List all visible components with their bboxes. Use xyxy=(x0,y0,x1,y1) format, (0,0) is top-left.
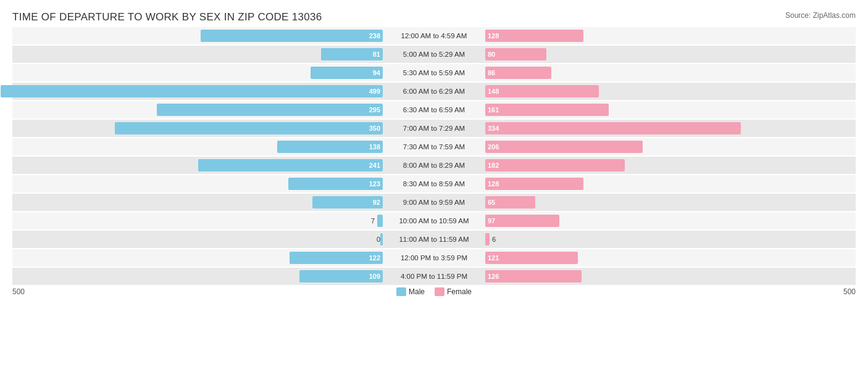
male-bar: 122 xyxy=(290,252,383,264)
female-bar-value: 334 xyxy=(488,125,499,132)
female-bar: 65 xyxy=(485,196,535,208)
rows-area: 23812:00 AM to 4:59 AM128815:00 AM to 5:… xyxy=(12,27,856,285)
female-bar: 161 xyxy=(485,104,609,116)
female-bar-value: 128 xyxy=(488,32,499,39)
table-row: 011:00 AM to 11:59 AM6 xyxy=(12,231,856,248)
male-bar: 499 xyxy=(1,85,383,97)
female-bar-value: 97 xyxy=(488,217,495,225)
right-section: 126 xyxy=(485,268,856,285)
left-section: 81 xyxy=(12,46,383,63)
male-bar: 295 xyxy=(157,104,383,116)
male-bar: 138 xyxy=(277,141,383,153)
male-bar-value: 238 xyxy=(369,32,380,39)
female-bar xyxy=(485,233,490,245)
table-row: 1094:00 PM to 11:59 PM126 xyxy=(12,268,856,285)
time-label: 7:30 AM to 7:59 AM xyxy=(383,143,485,151)
male-bar-value: 94 xyxy=(373,69,380,76)
table-row: 815:00 AM to 5:29 AM80 xyxy=(12,46,856,63)
table-row: 1238:30 AM to 8:59 AM128 xyxy=(12,175,856,192)
female-bar: 80 xyxy=(485,48,546,60)
male-bar: 238 xyxy=(201,30,383,42)
female-bar-value: 86 xyxy=(488,69,495,76)
male-bar-value: 92 xyxy=(373,199,380,206)
right-section: 128 xyxy=(485,27,856,44)
time-label: 5:00 AM to 5:29 AM xyxy=(383,51,485,58)
table-row: 3507:00 AM to 7:29 AM334 xyxy=(12,120,856,137)
right-section: 65 xyxy=(485,194,856,211)
female-bar-value-outside: 6 xyxy=(492,236,496,243)
time-label: 6:00 AM to 6:29 AM xyxy=(383,88,485,95)
male-bar: 81 xyxy=(321,48,383,60)
female-bar-value: 161 xyxy=(488,106,499,113)
time-label: 7:00 AM to 7:29 AM xyxy=(383,125,485,132)
left-section: 92 xyxy=(12,194,383,211)
right-section: 182 xyxy=(485,157,856,174)
right-section: 206 xyxy=(485,138,856,155)
female-bar: 334 xyxy=(485,122,741,134)
legend-female-box xyxy=(435,287,444,296)
female-bar-value: 182 xyxy=(488,162,499,169)
male-bar-value: 123 xyxy=(369,180,380,188)
left-section: 241 xyxy=(12,157,383,174)
male-bar-value: 295 xyxy=(369,106,380,113)
time-label: 4:00 PM to 11:59 PM xyxy=(383,273,485,280)
female-bar: 206 xyxy=(485,141,643,153)
female-bar-value: 128 xyxy=(488,180,499,188)
time-label: 8:00 AM to 8:29 AM xyxy=(383,162,485,169)
male-bar: 109 xyxy=(299,270,383,282)
female-bar-value: 206 xyxy=(488,143,499,151)
female-bar: 121 xyxy=(485,252,578,264)
female-bar-value: 148 xyxy=(488,88,499,95)
legend: Male Female xyxy=(384,287,483,296)
time-label: 12:00 PM to 3:59 PM xyxy=(383,254,485,262)
male-bar-value: 122 xyxy=(369,254,380,262)
axis-left: 500 xyxy=(12,287,384,296)
time-label: 12:00 AM to 4:59 AM xyxy=(383,32,485,39)
male-bar-value: 499 xyxy=(369,88,380,95)
right-section: 161 xyxy=(485,101,856,118)
female-bar-value: 121 xyxy=(488,254,499,262)
axis-right: 500 xyxy=(484,287,856,296)
source-label: Source: ZipAtlas.com xyxy=(785,11,856,20)
chart-title: TIME OF DEPARTURE TO WORK BY SEX IN ZIP … xyxy=(12,11,856,23)
female-bar-value: 126 xyxy=(488,273,499,280)
left-section: 94 xyxy=(12,64,383,81)
left-section: 0 xyxy=(12,231,383,248)
table-row: 23812:00 AM to 4:59 AM128 xyxy=(12,27,856,44)
female-bar: 86 xyxy=(485,67,551,79)
male-bar: 92 xyxy=(312,196,383,208)
left-section: 238 xyxy=(12,27,383,44)
axis-row: 500 Male Female 500 xyxy=(12,287,856,296)
legend-female-label: Female xyxy=(447,287,472,296)
left-section: 295 xyxy=(12,101,383,118)
right-section: 334 xyxy=(485,120,856,137)
chart-container: TIME OF DEPARTURE TO WORK BY SEX IN ZIP … xyxy=(0,0,868,367)
left-section: 350 xyxy=(12,120,383,137)
male-bar: 123 xyxy=(288,178,383,190)
female-bar: 128 xyxy=(485,30,583,42)
table-row: 710:00 AM to 10:59 AM97 xyxy=(12,212,856,229)
male-bar-value: 81 xyxy=(373,51,380,58)
female-bar-value: 65 xyxy=(488,199,495,206)
legend-male-label: Male xyxy=(409,287,425,296)
left-section: 122 xyxy=(12,249,383,266)
left-section: 123 xyxy=(12,175,383,192)
axis-left-val: 500 xyxy=(12,287,25,296)
legend-male-box xyxy=(396,287,406,296)
male-bar-value: 350 xyxy=(369,125,380,132)
table-row: 1387:30 AM to 7:59 AM206 xyxy=(12,138,856,155)
left-section: 138 xyxy=(12,138,383,155)
male-bar: 94 xyxy=(311,67,383,79)
female-bar: 148 xyxy=(485,85,599,97)
male-bar-value: 241 xyxy=(369,162,380,169)
time-label: 5:30 AM to 5:59 AM xyxy=(383,69,485,76)
male-bar: 350 xyxy=(115,122,383,134)
table-row: 2956:30 AM to 6:59 AM161 xyxy=(12,101,856,118)
legend-male: Male xyxy=(396,287,425,296)
male-bar-value-outside: 7 xyxy=(371,217,375,225)
right-section: 86 xyxy=(485,64,856,81)
table-row: 945:30 AM to 5:59 AM86 xyxy=(12,64,856,81)
right-section: 128 xyxy=(485,175,856,192)
female-bar-value: 80 xyxy=(488,51,495,58)
axis-right-val: 500 xyxy=(843,287,856,296)
